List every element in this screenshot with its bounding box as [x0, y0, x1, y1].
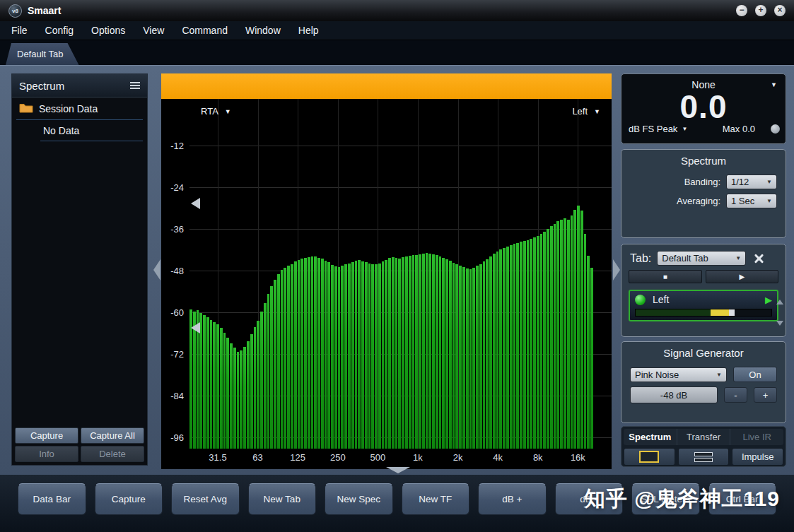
folder-icon — [19, 102, 33, 115]
collapse-bottom-bar-icon[interactable] — [386, 467, 410, 473]
averaging-select[interactable]: 1 Sec ▼ — [726, 194, 777, 208]
spectrum-bar — [556, 221, 559, 449]
spectrum-bar — [270, 286, 273, 449]
spectrum-bar — [298, 260, 300, 449]
spectrum-bar — [499, 249, 502, 449]
collapse-left-panel-icon[interactable] — [153, 259, 160, 280]
plot-type-select[interactable]: RTA ▼ — [201, 106, 231, 117]
new-spec-button[interactable]: New Spec — [325, 483, 393, 515]
threshold-marker-icon[interactable] — [191, 198, 200, 209]
spectrum-bar — [371, 264, 374, 449]
mode-tab-live-ir[interactable]: Live IR — [730, 429, 783, 445]
minimize-button[interactable]: − — [736, 5, 747, 16]
tab-select[interactable]: Default Tab ▼ — [657, 251, 746, 266]
spectrum-bar — [385, 260, 387, 449]
spectrum-bar — [334, 266, 337, 449]
menu-file[interactable]: File — [11, 25, 28, 36]
single-pane-view-button[interactable] — [624, 448, 675, 466]
peak-reset-button[interactable] — [771, 124, 780, 134]
menu-options[interactable]: Options — [91, 25, 125, 36]
spectrum-bar — [483, 261, 486, 449]
tab-strip: Default Tab — [0, 40, 794, 65]
meter-source-value: None — [691, 79, 715, 90]
panel-menu-icon[interactable] — [130, 82, 140, 89]
input-scroll-down-icon[interactable] — [776, 321, 783, 326]
chevron-down-icon: ▼ — [682, 126, 687, 132]
y-tick-label: -84 — [170, 390, 184, 401]
new-tf-button[interactable]: New TF — [402, 483, 470, 515]
tab-settings-icon[interactable] — [752, 252, 766, 266]
input-channel-name: Left — [653, 294, 669, 305]
spectrum-bar — [564, 218, 566, 449]
mode-tab-transfer[interactable]: Transfer — [677, 429, 731, 445]
delete-button: Delete — [81, 446, 144, 462]
spectrum-bar — [543, 232, 546, 449]
impulse-button[interactable]: Impulse — [732, 448, 783, 466]
x-tick-label: 16k — [571, 452, 585, 463]
reset-avg-button[interactable]: Reset Avg — [171, 483, 240, 515]
capture-button[interactable]: Capture — [15, 427, 78, 444]
signal-type-select[interactable]: Pink Noise ▼ — [630, 367, 727, 382]
run-button[interactable]: ▶ — [706, 270, 779, 283]
title-bar: v8 Smaart −+× — [0, 0, 794, 21]
close-button[interactable]: × — [774, 5, 786, 16]
menu-view[interactable]: View — [143, 25, 164, 36]
plot-channel-select[interactable]: Left ▼ — [572, 106, 600, 117]
spectrum-bar — [213, 322, 216, 449]
spectrum-controls-panel: Spectrum Banding: 1/12 ▼ Averaging: 1 Se… — [621, 149, 786, 238]
spectrum-bar — [247, 341, 250, 449]
meter-source-select[interactable]: None ▼ — [621, 74, 786, 90]
spectrum-bar — [311, 256, 314, 449]
input-scroll-up-icon[interactable] — [776, 300, 783, 305]
menu-config[interactable]: Config — [45, 25, 74, 36]
spectrum-bar — [422, 254, 425, 449]
input-play-icon: ▶ — [765, 295, 772, 305]
spectrum-bar — [455, 264, 458, 449]
stop-button[interactable]: ■ — [629, 270, 702, 283]
mode-tab-spectrum[interactable]: Spectrum — [624, 429, 677, 445]
input-selector[interactable]: Left ▶ — [629, 290, 778, 321]
list-item-no-data[interactable]: No Data — [40, 120, 143, 141]
spectrum-bar — [308, 257, 310, 449]
spectrum-bar — [291, 264, 293, 449]
signal-generator-title: Signal Generator — [621, 347, 786, 359]
split-pane-view-button[interactable] — [678, 448, 730, 466]
threshold-marker-icon[interactable] — [191, 322, 200, 333]
collapse-right-panel-icon[interactable] — [613, 259, 620, 280]
averaging-label: Averaging: — [677, 196, 720, 206]
capture-button[interactable]: Capture — [95, 483, 163, 515]
spectrum-bar — [533, 237, 536, 449]
tab-default-tab[interactable]: Default Tab — [6, 43, 79, 65]
capture-all-button[interactable]: Capture All — [81, 427, 144, 444]
spectrum-bar — [264, 303, 267, 449]
spectrum-bar — [584, 234, 587, 449]
spectrum-bar — [388, 258, 391, 449]
banding-select[interactable]: 1/12 ▼ — [726, 175, 777, 189]
list-item-session-data[interactable]: Session Data — [16, 97, 143, 120]
menu-window[interactable]: Window — [245, 25, 281, 36]
spectrum-bar — [325, 261, 327, 449]
spectrum-bar — [405, 256, 408, 449]
data-bar-button[interactable]: Data Bar — [18, 483, 86, 515]
spectrum-bar — [412, 255, 415, 449]
menu-help[interactable]: Help — [298, 25, 319, 36]
spectrum-bar — [537, 236, 539, 449]
spectrum-bar — [489, 256, 492, 449]
single-pane-icon — [639, 451, 659, 463]
new-tab-button[interactable]: New Tab — [248, 483, 317, 515]
averaging-value: 1 Sec — [731, 196, 754, 206]
spectrum-bar — [577, 206, 580, 449]
generator-on-button[interactable]: On — [733, 367, 777, 382]
menu-command[interactable]: Command — [182, 25, 228, 36]
x-tick-label: 125 — [290, 452, 305, 463]
spectrum-bar — [459, 266, 462, 449]
spectrum-plot[interactable]: RTA ▼ Left ▼ — [189, 99, 612, 449]
spectrum-bar — [287, 266, 290, 449]
zoom-button[interactable]: + — [755, 5, 766, 16]
level-increment-button[interactable]: + — [754, 387, 777, 403]
spectrum-bar — [419, 254, 421, 449]
spectrum-bar — [449, 261, 452, 449]
db-button[interactable]: dB + — [478, 483, 547, 515]
meter-unit-select[interactable]: dB FS Peak — [629, 124, 677, 134]
level-decrement-button[interactable]: - — [724, 387, 747, 403]
